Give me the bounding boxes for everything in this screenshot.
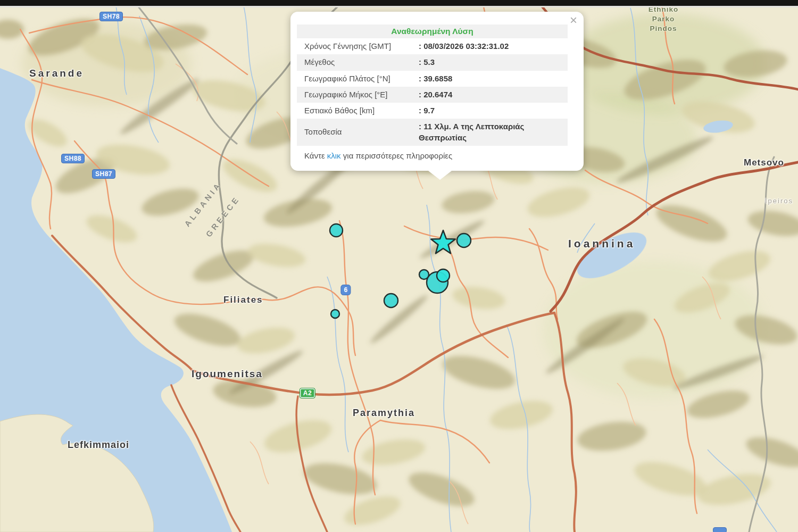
road-shield-sh88: SH88 [61, 154, 85, 163]
place-label-igoumenitsa: Igoumenitsa [192, 368, 263, 380]
road-shield-a2: A2 [300, 388, 315, 398]
row-latitude-value: : 39.6858 [419, 73, 568, 84]
road-shield-sh78: SH78 [99, 12, 123, 21]
row-latitude: Γεωγραφικό Πλάτος [°N] : 39.6858 [297, 71, 568, 87]
popup-tail [428, 171, 452, 180]
park-label-line3: Pindos [634, 24, 693, 32]
place-label-sarande: Sarande [29, 68, 84, 79]
earthquake-info-popup: × Αναθεωρημένη Λύση Χρόνος Γέννησης [GMT… [290, 12, 584, 171]
footer-text-post: για περισσότερες πληροφορίες [341, 151, 453, 160]
row-location-label: Τοποθεσία [304, 127, 419, 137]
road-shield-sh87: SH87 [92, 169, 115, 179]
footer-text-pre: Κάντε [304, 151, 327, 160]
row-location: Τοποθεσία : 11 Χλμ. Α της Λεπτοκαριάς Θε… [297, 119, 568, 146]
earthquake-event-marker[interactable] [457, 234, 471, 247]
place-label-lefkimmaioi: Lefkimmaioi [68, 439, 129, 451]
earthquake-event-marker[interactable] [384, 294, 398, 307]
row-longitude: Γεωγραφικό Μήκος [°E] : 20.6474 [297, 87, 568, 103]
row-origin-time-label: Χρόνος Γέννησης [GMT] [304, 41, 419, 52]
row-location-value: : 11 Χλμ. Α της Λεπτοκαριάς Θεσπρωτίας [419, 121, 568, 143]
row-depth-value: : 9.7 [419, 105, 568, 116]
row-magnitude-value: : 5.3 [419, 57, 568, 68]
popup-footer: Κάντε κλικ για περισσότερες πληροφορίες [297, 146, 568, 160]
more-info-link[interactable]: κλικ [327, 151, 341, 160]
row-latitude-label: Γεωγραφικό Πλάτος [°N] [304, 73, 419, 84]
row-magnitude: Μέγεθος : 5.3 [297, 54, 568, 70]
park-label-line2: Parko [634, 15, 693, 23]
row-depth: Εστιακό Βάθος [km] : 9.7 [297, 103, 568, 119]
earthquake-event-marker[interactable] [437, 269, 450, 282]
earthquake-event-marker[interactable] [330, 224, 343, 237]
place-label-paramythia: Paramythia [353, 408, 415, 419]
top-bar-edge [0, 6, 798, 7]
place-label-metsovo: Metsovo [744, 157, 784, 168]
top-bar [0, 0, 798, 6]
row-origin-time: Χρόνος Γέννησης [GMT] : 08/03/2026 03:32… [297, 38, 568, 54]
popup-title: Αναθεωρημένη Λύση [297, 24, 568, 38]
road-shield-partial [713, 527, 727, 532]
row-depth-label: Εστιακό Βάθος [km] [304, 105, 419, 116]
earthquake-event-marker[interactable] [419, 270, 429, 279]
road-shield-6: 6 [340, 285, 351, 295]
row-longitude-label: Γεωγραφικό Μήκος [°E] [304, 89, 419, 100]
row-longitude-value: : 20.6474 [419, 89, 568, 100]
place-label-filiates: Filiates [223, 295, 263, 305]
region-label-ipeiros: Ipeiros [765, 197, 793, 205]
row-magnitude-label: Μέγεθος [304, 57, 419, 68]
close-icon[interactable]: × [570, 14, 577, 27]
earthquake-event-marker[interactable] [331, 310, 339, 318]
place-label-ioannina: Ioannina [568, 237, 635, 250]
row-origin-time-value: : 08/03/2026 03:32:31.02 [419, 41, 568, 52]
seismic-map-page: { "popup": { "title": "Αναθεωρημένη Λύση… [0, 0, 798, 532]
